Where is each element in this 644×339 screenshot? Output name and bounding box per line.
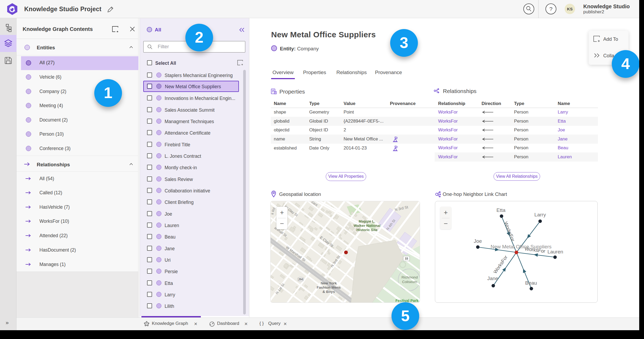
svg-text:250: 250 [298, 278, 303, 281]
svg-text:WorksFor: WorksFor [503, 221, 516, 242]
svg-text:Richmond: Richmond [402, 275, 418, 279]
svg-text:33: 33 [405, 257, 408, 260]
svg-text:Lauren: Lauren [547, 249, 563, 255]
svg-text:Historic Site: Historic Site [357, 228, 378, 232]
svg-text:Joe: Joe [474, 238, 482, 244]
svg-text:WorksFor: WorksFor [492, 255, 509, 275]
svg-text:Maggie L.: Maggie L. [359, 219, 375, 223]
svg-text:Beau: Beau [525, 280, 537, 286]
svg-text:Jane: Jane [487, 276, 498, 281]
svg-text:Fashion Mens: Fashion Mens [317, 285, 341, 289]
svg-text:Coliseum: Coliseum [402, 280, 417, 284]
svg-text:& Boys: & Boys [323, 290, 335, 294]
svg-text:New York: New York [321, 281, 337, 285]
svg-text:Walker National: Walker National [354, 224, 381, 228]
svg-text:Etta: Etta [496, 207, 506, 213]
svg-text:Larry: Larry [534, 212, 546, 217]
